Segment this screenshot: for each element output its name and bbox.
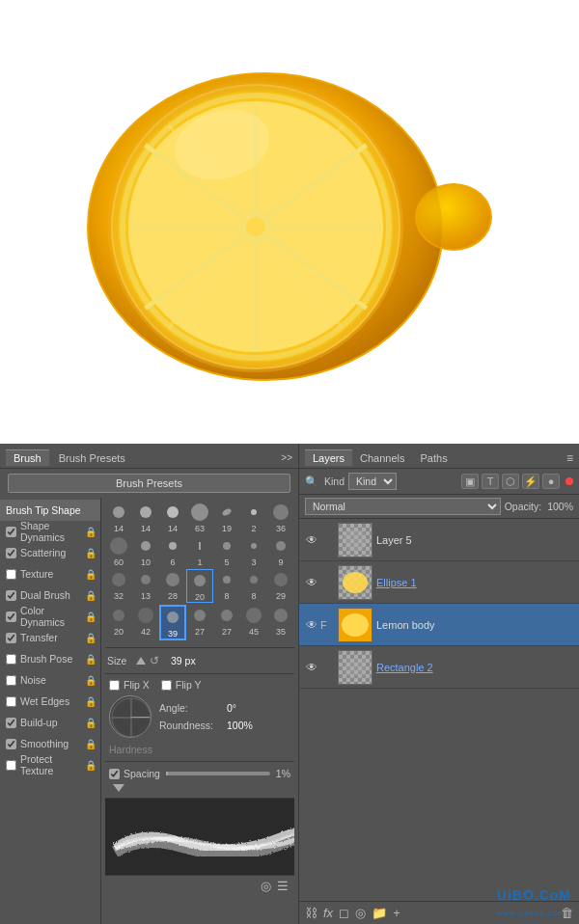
tip-14a[interactable]: 14 (105, 502, 132, 533)
brush-tool-icon[interactable]: ◎ (261, 879, 271, 893)
checkbox-texture[interactable] (6, 569, 16, 580)
filter-type-icon[interactable]: T (482, 474, 499, 489)
option-buildup[interactable]: Build-up 🔒 (0, 712, 100, 733)
checkbox-color-dynamics[interactable] (6, 611, 16, 622)
tip-42[interactable]: 42 (132, 605, 159, 640)
checkbox-buildup[interactable] (6, 718, 16, 728)
tip-13[interactable]: 13 (132, 569, 159, 603)
fx-icon[interactable]: fx (323, 906, 333, 920)
layer-eye-layer5[interactable]: 👁 (303, 531, 320, 549)
layer-eye-lemon-body[interactable]: 👁 (303, 616, 320, 634)
layer-eye-ellipse1[interactable]: 👁 (303, 574, 320, 591)
spacing-checkbox[interactable] (109, 769, 120, 779)
tip-8b[interactable]: 8 (240, 569, 267, 603)
layer-thumb-ellipse1 (338, 565, 372, 600)
option-brush-tip-shape[interactable]: Brush Tip Shape (0, 500, 100, 521)
tab-brush[interactable]: Brush (6, 449, 49, 466)
tip-35[interactable]: 35 (267, 605, 294, 640)
brush-menu-icon[interactable]: ☰ (277, 879, 289, 893)
tab-channels[interactable]: Channels (352, 450, 412, 466)
tip-14c[interactable]: 14 (159, 502, 186, 533)
checkbox-dual-brush[interactable] (6, 590, 16, 601)
option-brush-pose[interactable]: Brush Pose 🔒 (0, 648, 100, 669)
layers-menu-icon[interactable]: ≡ (566, 451, 573, 465)
tip-63[interactable]: 63 (186, 502, 213, 533)
tip-28[interactable]: 28 (159, 569, 186, 603)
flip-y-checkbox[interactable] (161, 680, 172, 691)
checkbox-brush-pose[interactable] (6, 654, 16, 665)
tip-9[interactable]: 9 (267, 535, 294, 567)
tip-60[interactable]: 60 (105, 535, 132, 567)
filter-effect-icon[interactable]: ● (542, 474, 560, 489)
checkbox-noise[interactable] (6, 675, 16, 686)
blend-mode-select[interactable]: Normal (305, 498, 501, 515)
tip-8a[interactable]: 8 (213, 569, 240, 603)
option-label: Scattering (20, 547, 66, 558)
tip-2[interactable]: 2 (240, 502, 267, 533)
link-layers-icon[interactable]: ⛓ (305, 906, 317, 920)
option-label: Transfer (20, 632, 58, 643)
tip-3[interactable]: 3 (240, 535, 267, 567)
panel-expand-icon[interactable]: >> (281, 452, 292, 463)
tip-39-selected[interactable]: 39 (159, 605, 186, 640)
tip-6[interactable]: 6 (159, 535, 186, 567)
option-dual-brush[interactable]: Dual Brush 🔒 (0, 584, 100, 606)
option-wet-edges[interactable]: Wet Edges 🔒 (0, 691, 100, 712)
tip-29[interactable]: 29 (267, 569, 294, 603)
flip-x-checkbox[interactable] (109, 680, 120, 691)
brush-presets-button[interactable]: Brush Presets (8, 474, 290, 493)
layer-row-ellipse1[interactable]: 👁 Ellipse 1 (299, 561, 579, 604)
tip-20-selected[interactable]: 20 (186, 569, 213, 603)
checkbox-transfer[interactable] (6, 633, 16, 643)
option-noise[interactable]: Noise 🔒 (0, 669, 100, 691)
layer-row-layer5[interactable]: 👁 Layer 5 (299, 519, 579, 561)
tip-10[interactable]: 10 (132, 535, 159, 567)
tip-20b[interactable]: 20 (105, 605, 132, 640)
angle-circle[interactable] (109, 695, 152, 738)
lock-icon-smooth: 🔒 (85, 739, 96, 749)
filter-pixel-icon[interactable]: ▣ (461, 474, 479, 489)
spacing-slider[interactable] (166, 772, 270, 775)
tip-1[interactable]: 1 (186, 535, 213, 567)
adjustment-icon[interactable]: ◎ (355, 906, 366, 920)
tab-layers[interactable]: Layers (305, 449, 352, 466)
checkbox-shape-dynamics[interactable] (6, 527, 16, 537)
tip-36[interactable]: 36 (267, 502, 294, 533)
layer-eye-rectangle2[interactable]: 👁 (303, 659, 320, 676)
checkbox-smoothing[interactable] (6, 739, 16, 749)
svg-point-17 (89, 74, 442, 379)
svg-point-26 (110, 537, 127, 555)
option-color-dynamics[interactable]: Color Dynamics 🔒 (0, 606, 100, 627)
size-triangle-icon[interactable] (136, 657, 146, 665)
angle-values: Angle: 0° Roundness: 100% (159, 702, 253, 731)
checkbox-protect-texture[interactable] (6, 760, 16, 771)
layer-row-rectangle2[interactable]: 👁 Rectangle 2 (299, 646, 579, 689)
filter-shape-icon[interactable]: ⬡ (502, 474, 519, 489)
filter-smart-icon[interactable]: ⚡ (522, 474, 539, 489)
new-layer-icon[interactable]: + (393, 906, 400, 920)
tip-27b[interactable]: 27 (213, 605, 240, 640)
checkbox-scattering[interactable] (6, 548, 16, 558)
tab-brush-presets[interactable]: Brush Presets (51, 449, 133, 466)
tip-32[interactable]: 32 (105, 569, 132, 603)
option-smoothing[interactable]: Smoothing 🔒 (0, 733, 100, 754)
brush-preview-area: Edges (105, 798, 294, 875)
option-scattering[interactable]: Scattering 🔒 (0, 542, 100, 563)
filter-kind-select[interactable]: Kind (348, 473, 397, 490)
tab-paths[interactable]: Paths (413, 450, 455, 466)
option-transfer[interactable]: Transfer 🔒 (0, 627, 100, 648)
tip-19[interactable]: 19 (213, 502, 240, 533)
option-texture[interactable]: Texture 🔒 (0, 563, 100, 584)
slider-triangle-handle[interactable] (113, 784, 124, 792)
add-mask-icon[interactable]: ◻ (339, 906, 349, 920)
option-protect-texture[interactable]: Protect Texture 🔒 (0, 754, 100, 775)
tip-45[interactable]: 45 (240, 605, 267, 640)
tip-5[interactable]: 5 (213, 535, 240, 567)
option-shape-dynamics[interactable]: Shape Dynamics 🔒 (0, 521, 100, 542)
size-reset-icon[interactable]: ↺ (150, 654, 163, 667)
tip-27a[interactable]: 27 (186, 605, 213, 640)
layer-row-lemon-body[interactable]: 👁 F Lemon body (299, 604, 579, 646)
tip-14b[interactable]: 14 (132, 502, 159, 533)
checkbox-wet-edges[interactable] (6, 696, 16, 707)
folder-icon[interactable]: 📁 (372, 906, 387, 920)
